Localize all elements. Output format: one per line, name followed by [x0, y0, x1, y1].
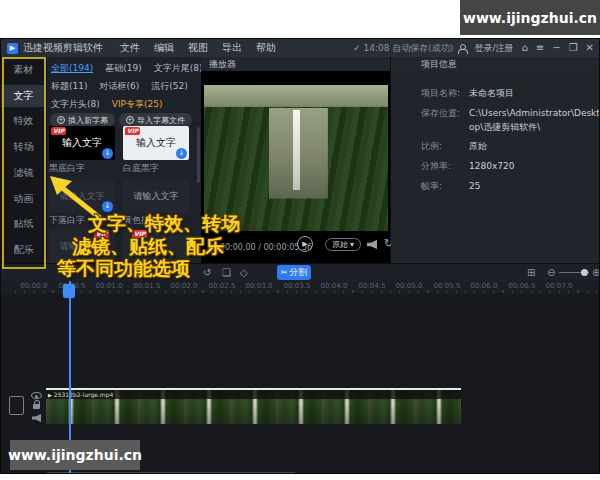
- minimize-button[interactable]: −: [552, 43, 560, 53]
- project-row: 分辨率:1280x720: [421, 160, 600, 174]
- check-icon: ✓: [353, 43, 361, 53]
- undo-icon[interactable]: ↺: [203, 266, 211, 279]
- ruler-label: 00:02.0: [165, 282, 203, 290]
- split-icon: ✂: [281, 268, 288, 277]
- ruler-label: 00:00.0: [15, 282, 53, 290]
- autosave-text: 14:08 自动保存(成功): [364, 42, 454, 55]
- track-visibility-icon[interactable]: [31, 392, 42, 399]
- player-header: 播放器: [201, 57, 390, 71]
- player-title: 播放器: [209, 58, 236, 71]
- ruler-label: 00:04.5: [353, 282, 391, 290]
- split-button[interactable]: ✂ 分割: [277, 265, 311, 280]
- maximize-button[interactable]: ❐: [569, 43, 578, 53]
- project-info-header: 项目信息: [391, 57, 600, 71]
- chevron-down-icon: ▾: [350, 240, 354, 249]
- card-label: 白底黑字: [123, 162, 159, 175]
- play-button[interactable]: ▶: [297, 236, 313, 252]
- project-row: 比例:原始: [421, 140, 600, 154]
- clip-play-icon: ▶: [48, 392, 52, 398]
- volume-icon[interactable]: [367, 240, 377, 249]
- keyframe-icon[interactable]: ◇: [240, 266, 248, 279]
- vip-badge: VIP: [125, 127, 140, 135]
- autosave-status: ✓ 14:08 自动保存(成功): [353, 42, 453, 55]
- clip-filename: 25312b2-large.mp4: [54, 391, 113, 398]
- titlebar-right: 登录/注册 ⌂ ≡ − ❐ ✕: [457, 42, 594, 55]
- player-controls: 00:00:00.00 / 00:00:05.56 ▶ 原始 ▾ ↻: [201, 233, 390, 261]
- subtitle-buttons: + 插入新字幕 + 导入字幕文件: [50, 113, 192, 127]
- vip-badge: VIP: [51, 127, 66, 135]
- titlebar: ▶ 迅捷视频剪辑软件 文件 编辑 视图 导出 帮助 ✓ 14:08 自动保存(成…: [1, 39, 599, 57]
- ruler-label: 00:03.5: [278, 282, 316, 290]
- tab-row-3: 文字片头(8) VIP专享(25): [51, 98, 162, 111]
- ruler-label: 00:03.0: [240, 282, 278, 290]
- tab-title[interactable]: 标题(11): [51, 80, 87, 93]
- project-row: 项目名称:未命名项目: [421, 87, 600, 101]
- download-badge-icon[interactable]: ↓: [102, 148, 113, 159]
- user-icon: [457, 44, 466, 53]
- ruler-label: 00:01.0: [90, 282, 128, 290]
- plus-icon: +: [126, 116, 134, 124]
- tab-popular[interactable]: 流行(52): [151, 80, 187, 93]
- track-mute-icon[interactable]: [32, 414, 41, 422]
- watermark-top: www.ijingzhui.cn: [460, 0, 600, 35]
- clip-label-bar: ▶ 25312b2-large.mp4: [46, 390, 461, 399]
- quality-dropdown[interactable]: 原始 ▾: [325, 238, 361, 251]
- ruler-label: 00:04.0: [315, 282, 353, 290]
- playhead-handle[interactable]: [63, 284, 75, 298]
- annotation-highlight-box: [2, 57, 46, 269]
- video-track-icon: [9, 396, 24, 415]
- menu-help[interactable]: 帮助: [249, 41, 283, 55]
- ruler-label: 00:05.0: [390, 282, 428, 290]
- ruler-label: 00:05.5: [428, 282, 466, 290]
- app-title: 迅捷视频剪辑软件: [23, 41, 103, 55]
- ruler-label: 00:02.5: [203, 282, 241, 290]
- menu-export[interactable]: 导出: [215, 41, 249, 55]
- menu-view[interactable]: 视图: [181, 41, 215, 55]
- project-info-title: 项目信息: [421, 58, 457, 71]
- close-button[interactable]: ✕: [586, 43, 594, 53]
- home-icon[interactable]: ⌂: [522, 43, 528, 53]
- tab-row-2: 标题(11) 对话框(6) 流行(52): [51, 80, 188, 93]
- tab-dialog[interactable]: 对话框(6): [99, 80, 139, 93]
- watermark-bottom: www.ijingzhui.cn: [10, 440, 140, 470]
- play-icon: ▶: [302, 240, 307, 248]
- tab-all[interactable]: 全部(194): [51, 62, 93, 75]
- track-lock-icon[interactable]: [33, 404, 40, 409]
- ruler-label: 00:07.0: [540, 282, 578, 290]
- ruler-label: 00:06.5: [503, 282, 541, 290]
- annotation-text-line3: 等不同功能选项: [57, 256, 190, 282]
- copy-icon[interactable]: ❏: [222, 266, 231, 279]
- zoom-in-icon[interactable]: ⊕: [592, 266, 600, 279]
- project-info-panel: 项目信息 项目名称:未命名项目 保存位置:C:\Users\Administra…: [391, 57, 600, 263]
- app-logo-icon: ▶: [7, 43, 18, 54]
- ruler-label: 00:06.0: [465, 282, 503, 290]
- timeline-zoom-knob[interactable]: [581, 269, 588, 276]
- project-row: 帧率:25: [421, 180, 600, 194]
- main-menu-icon[interactable]: ≡: [536, 43, 544, 53]
- menu-edit[interactable]: 编辑: [147, 41, 181, 55]
- timeline-ruler[interactable]: 00:00.0 00:00.5 00:01.0 00:01.5 00:02.0 …: [1, 281, 600, 293]
- tab-outro[interactable]: 文字片尾(8): [154, 62, 201, 75]
- tab-vip[interactable]: VIP专享(25): [112, 98, 163, 111]
- timeline-scrollbar[interactable]: [46, 472, 296, 474]
- text-template-card[interactable]: 请输入文字: [123, 179, 189, 213]
- screenshot-root: www.ijingzhui.cn ▶ 迅捷视频剪辑软件 文件 编辑 视图 导出 …: [0, 0, 600, 480]
- plus-icon: +: [57, 116, 65, 124]
- import-subtitle-button[interactable]: + 导入字幕文件: [119, 113, 192, 127]
- ruler-label: 00:01.5: [128, 282, 166, 290]
- video-preview[interactable]: [204, 85, 388, 231]
- tab-basic[interactable]: 基础(19): [105, 62, 141, 75]
- project-row: 保存位置:C:\Users\Administrator\Desktop\迅捷剪辑…: [421, 107, 600, 134]
- download-badge-icon[interactable]: ↓: [176, 148, 187, 159]
- tab-row-1: 全部(194) 基础(19) 文字片尾(8): [51, 62, 201, 75]
- timeline-video-clip[interactable]: ▶ 25312b2-large.mp4: [46, 388, 461, 424]
- insert-subtitle-button[interactable]: + 插入新字幕: [50, 113, 115, 127]
- login-register-link[interactable]: 登录/注册: [474, 42, 513, 55]
- panel-scrollbar[interactable]: [197, 127, 200, 183]
- tab-intro[interactable]: 文字片头(8): [51, 98, 100, 111]
- menu-file[interactable]: 文件: [113, 41, 147, 55]
- fit-timeline-icon[interactable]: ⊞: [527, 266, 535, 279]
- zoom-out-icon[interactable]: ⊖: [547, 266, 555, 279]
